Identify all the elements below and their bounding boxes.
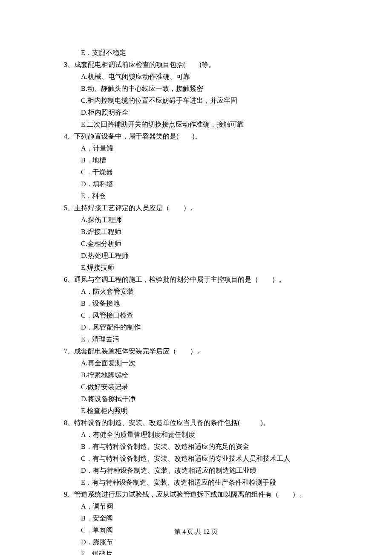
q9-text: 9、管道系统进行压力试验钱，应从试验管道拆下或加以隔离的组件有（ ）。 [64, 489, 341, 500]
q5-option-d: D.热处理工程师 [64, 250, 341, 262]
q4-option-d: D．填料塔 [64, 178, 341, 190]
page-content: E．支腿不稳定 3、成套配电柜调试前应检查的项目包括( )等。 A.机械、电气闭… [0, 0, 392, 555]
q4-option-a: A．计量罐 [64, 142, 341, 154]
q9-option-e: E．爆破片 [64, 548, 341, 555]
q6-option-b: B．设备接地 [64, 298, 341, 309]
q4-option-b: B．地槽 [64, 154, 341, 166]
q6-option-c: C．风管接口检查 [64, 309, 341, 321]
q5-option-b: B.焊接工程师 [64, 226, 341, 238]
question-9: 9、管道系统进行压力试验钱，应从试验管道拆下或加以隔离的组件有（ ）。 A．调节… [64, 489, 341, 555]
q9-option-a: A．调节阀 [64, 500, 341, 512]
q3-option-e: E.二次回路辅助开关的切换接点应动作准确，接触可靠 [64, 119, 341, 130]
q5-option-e: E.焊接技师 [64, 262, 341, 274]
q4-option-c: C．干燥器 [64, 166, 341, 178]
q6-option-e: E．清理去污 [64, 333, 341, 345]
q3-option-a: A.机械、电气闭锁应动作准确、可靠 [64, 71, 341, 83]
q9-option-d: D．膨胀节 [64, 536, 341, 548]
question-4: 4、下列静置设备中，属于容器类的是( )。 A．计量罐 B．地槽 C．干燥器 D… [64, 130, 341, 202]
q5-option-a: A.探伤工程师 [64, 214, 341, 226]
q5-text: 5、主持焊接工艺评定的人员应是（ ）。 [64, 202, 341, 214]
q7-text: 7、成套配电装置柜体安装完毕后应（ ）。 [64, 345, 341, 357]
q7-option-a: A.再全面复测一次 [64, 357, 341, 369]
q3-option-c: C.柜内控制电缆的位置不应妨碍手车进出，并应牢固 [64, 95, 341, 107]
question-7: 7、成套配电装置柜体安装完毕后应（ ）。 A.再全面复测一次 B.拧紧地脚螺栓 … [64, 345, 341, 417]
q2-option-e: E．支腿不稳定 [64, 47, 341, 59]
q6-option-d: D．风管配件的制作 [64, 321, 341, 333]
question-3: 3、成套配电柜调试前应检查的项目包括( )等。 A.机械、电气闭锁应动作准确、可… [64, 59, 341, 130]
q7-option-b: B.拧紧地脚螺栓 [64, 369, 341, 381]
q6-option-a: A．防火套管安装 [64, 286, 341, 298]
q3-option-b: B.动、静触头的中心线应一致，接触紧密 [64, 83, 341, 95]
q4-text: 4、下列静置设备中，属于容器类的是( )。 [64, 130, 341, 142]
q5-option-c: C.金相分析师 [64, 238, 341, 250]
q7-option-e: E.检查柜内照明 [64, 405, 341, 417]
q8-option-a: A．有健全的质量管理制度和责任制度 [64, 429, 341, 441]
page-footer: 第 4 页 共 12 页 [0, 526, 392, 537]
q8-option-d: D．有与特种设备制造、安装、改造相适应的制造施工业绩 [64, 465, 341, 477]
q8-option-c: C．有与特种设备制造、安装、改造相适应的专业技术人员和技术工人 [64, 453, 341, 465]
q8-option-b: B．有与特种设备制造、安装、改造相适应的充足的资金 [64, 441, 341, 453]
q3-text: 3、成套配电柜调试前应检查的项目包括( )等。 [64, 59, 341, 71]
q7-option-d: D.将设备擦拭干净 [64, 393, 341, 405]
q9-option-b: B．安全阀 [64, 512, 341, 524]
q7-option-c: C.做好安装记录 [64, 381, 341, 393]
q8-text: 8、特种设备的制造、安装、改造单位应当具备的条件包括( )。 [64, 417, 341, 429]
q6-text: 6、通风与空调工程的施工，检验批的划分中属于主控项目的是（ ）。 [64, 274, 341, 286]
q4-option-e: E．料仓 [64, 190, 341, 202]
question-5: 5、主持焊接工艺评定的人员应是（ ）。 A.探伤工程师 B.焊接工程师 C.金相… [64, 202, 341, 274]
q3-option-d: D.柜内照明齐全 [64, 107, 341, 119]
q8-option-e: E．有与特种设备制造、安装、改造相适应的生产条件和检测手段 [64, 477, 341, 489]
question-6: 6、通风与空调工程的施工，检验批的划分中属于主控项目的是（ ）。 A．防火套管安… [64, 274, 341, 345]
question-8: 8、特种设备的制造、安装、改造单位应当具备的条件包括( )。 A．有健全的质量管… [64, 417, 341, 489]
